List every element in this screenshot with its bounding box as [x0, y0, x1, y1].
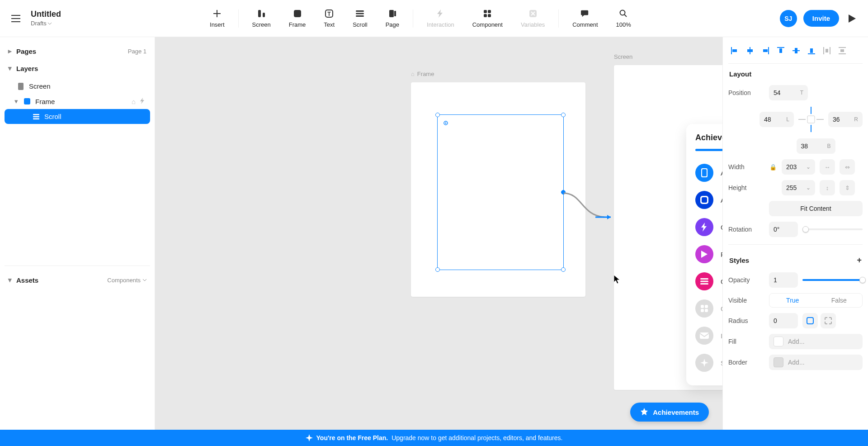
selection-outline[interactable]	[437, 114, 564, 270]
align-center-h[interactable]	[744, 44, 756, 57]
border-label: Border	[728, 359, 764, 366]
svg-point-15	[620, 10, 625, 15]
border-input[interactable]: Add...	[769, 355, 863, 370]
border-swatch[interactable]	[774, 357, 783, 367]
rotation-slider[interactable]	[802, 228, 863, 230]
comment-tool[interactable]: Comment	[563, 9, 607, 28]
layer-item-screen[interactable]: Screen	[5, 79, 150, 94]
component-tool[interactable]: Component	[463, 9, 512, 28]
sparkle-icon	[306, 434, 313, 441]
svg-rect-41	[826, 49, 828, 52]
text-tool[interactable]: T Text	[315, 9, 344, 28]
invite-button[interactable]: Invite	[803, 10, 839, 27]
resize-handle-ne[interactable]	[561, 113, 566, 117]
layer-item-scroll[interactable]: Scroll	[5, 109, 150, 124]
height-mode-2[interactable]: ⇕	[840, 180, 855, 195]
svg-rect-11	[488, 10, 491, 13]
variables-tool[interactable]: Variables	[512, 9, 554, 28]
resize-handle-se[interactable]	[561, 267, 566, 272]
svg-rect-6	[356, 13, 364, 14]
add-style-button[interactable]: +	[857, 256, 862, 265]
frame-label[interactable]: ⌂ Frame	[411, 71, 434, 77]
rotation-input[interactable]: 0°	[769, 222, 798, 237]
rotation-label: Rotation	[728, 226, 764, 233]
width-label: Width	[728, 163, 764, 171]
achievement-preview-interaction[interactable]: Preview your Interaction	[695, 241, 722, 268]
left-panel: ▸ Pages Page 1 ▾ Layers Screen ▾ Frame ⌂	[0, 37, 155, 430]
achievement-add-frame[interactable]: Add a Frame	[695, 186, 722, 214]
page-indicator[interactable]: Page 1	[128, 48, 146, 55]
components-dropdown[interactable]: Components	[107, 277, 146, 284]
resize-handle-nw[interactable]	[435, 113, 440, 117]
layers-header[interactable]: ▾ Layers	[5, 60, 150, 77]
top-bar: Untitled Drafts Insert Screen Frame T Te…	[0, 0, 868, 37]
position-bottom-input[interactable]: 38B	[797, 138, 835, 154]
achievement-create-component[interactable]: Create a Component How?	[695, 295, 722, 322]
resize-handle-sw[interactable]	[435, 267, 440, 272]
frame-icon	[292, 9, 302, 19]
align-center-v[interactable]	[790, 44, 802, 57]
width-mode-2[interactable]: ⇔	[840, 159, 855, 175]
achievement-share-prototype[interactable]: Share your Prototype	[695, 349, 722, 376]
radius-input[interactable]: 0	[769, 313, 798, 328]
align-right[interactable]	[759, 44, 772, 57]
layer-item-frame[interactable]: ▾ Frame ⌂	[5, 94, 150, 109]
interaction-tool[interactable]: Interaction	[418, 9, 463, 28]
width-mode-1[interactable]: ↔	[820, 159, 835, 175]
distribute-h[interactable]	[821, 44, 833, 57]
insert-tool[interactable]: Insert	[201, 9, 234, 28]
home-icon: ⌂	[411, 71, 415, 77]
zoom-control[interactable]: 100%	[607, 9, 640, 28]
connection-node[interactable]	[561, 190, 566, 195]
opacity-slider[interactable]	[802, 279, 863, 281]
radius-all-icon[interactable]	[802, 313, 818, 328]
visible-true[interactable]: True	[769, 294, 816, 307]
achievement-create-interaction[interactable]: Create an Interaction	[695, 214, 722, 241]
canvas[interactable]: ⌂ Frame Screen Achievements	[155, 37, 722, 430]
position-top-input[interactable]: 54T	[769, 85, 808, 100]
align-top[interactable]	[774, 44, 787, 57]
screen-tool[interactable]: Screen	[243, 9, 280, 28]
user-avatar[interactable]: SJ	[780, 10, 797, 27]
scroll-icon	[355, 9, 365, 19]
achievement-invite-collaborator[interactable]: Invite a Collaborator	[695, 322, 722, 349]
home-icon[interactable]: ⌂	[132, 98, 136, 105]
width-input[interactable]: 203⌄	[782, 159, 815, 175]
height-label: Height	[728, 184, 764, 191]
pages-header[interactable]: ▸ Pages Page 1	[5, 43, 150, 60]
achievement-create-scroll[interactable]: Create a Scroll layer	[695, 268, 722, 295]
drafts-dropdown[interactable]: Drafts	[31, 20, 61, 28]
hamburger-menu[interactable]	[9, 12, 23, 25]
fill-swatch[interactable]	[774, 337, 783, 346]
height-mode-1[interactable]: ↕	[820, 180, 835, 195]
position-right-input[interactable]: 36R	[828, 112, 863, 127]
lock-icon[interactable]: 🔒	[769, 164, 777, 171]
upgrade-banner[interactable]: You're on the Free Plan. Upgrade now to …	[0, 430, 868, 446]
visible-false[interactable]: False	[816, 294, 863, 307]
pin-widget[interactable]	[797, 106, 825, 133]
fill-input[interactable]: Add...	[769, 334, 863, 349]
height-input[interactable]: 255⌄	[782, 180, 815, 195]
alignment-controls	[728, 42, 863, 64]
align-bottom[interactable]	[805, 44, 818, 57]
frame-tool[interactable]: Frame	[280, 9, 315, 28]
screen-label[interactable]: Screen	[614, 53, 632, 60]
scroll-tool[interactable]: Scroll	[344, 9, 377, 28]
radius-individual-icon[interactable]	[821, 313, 836, 328]
svg-rect-36	[747, 49, 753, 52]
svg-rect-30	[701, 305, 704, 308]
fit-content-button[interactable]: Fit Content	[769, 201, 863, 216]
distribute-v[interactable]	[836, 44, 849, 57]
play-button[interactable]	[845, 12, 859, 25]
align-left[interactable]	[728, 44, 741, 57]
achievement-add-screen[interactable]: Add a Screen	[695, 159, 722, 186]
screen-icon	[695, 164, 713, 182]
assets-header[interactable]: ▾ Assets Components	[5, 271, 150, 289]
page-tool[interactable]: Page	[377, 9, 408, 28]
visible-toggle[interactable]: True False	[769, 293, 863, 308]
bolt-icon[interactable]	[140, 98, 145, 105]
opacity-input[interactable]: 1	[769, 272, 798, 288]
position-left-input[interactable]: 48L	[760, 112, 794, 127]
achievements-panel: Achievements ••• — Add a Screen Add a Fr…	[686, 124, 722, 385]
achievements-button[interactable]: Achievements	[630, 403, 709, 422]
